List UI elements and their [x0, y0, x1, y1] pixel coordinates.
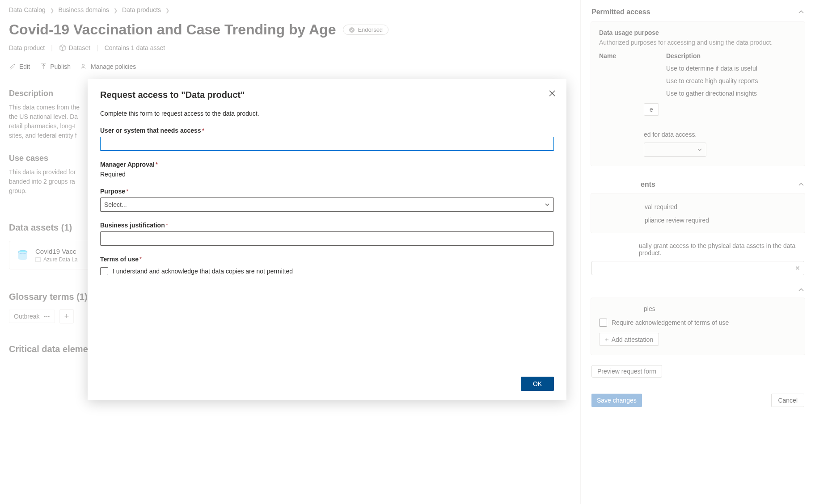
dialog-title: Request access to "Data product"	[100, 90, 554, 100]
dialog-subtitle: Complete this form to request access to …	[100, 110, 554, 117]
terms-of-use-label: Terms of use*	[100, 256, 554, 263]
manager-approval-label: Manager Approval*	[100, 161, 554, 168]
user-input[interactable]	[100, 137, 554, 151]
purpose-select[interactable]: Select...	[100, 197, 554, 212]
terms-checkbox-label: I understand and acknowledge that data c…	[113, 268, 293, 275]
manager-approval-value: Required	[100, 171, 554, 178]
business-justification-label: Business justification*	[100, 222, 554, 229]
user-field-label: User or system that needs access*	[100, 127, 554, 134]
ok-button[interactable]: OK	[521, 377, 554, 391]
chevron-down-icon	[545, 202, 550, 207]
close-icon	[549, 90, 555, 97]
request-access-dialog: Request access to "Data product" Complet…	[88, 79, 566, 400]
close-button[interactable]	[547, 88, 557, 99]
business-justification-input[interactable]	[100, 231, 554, 246]
terms-checkbox[interactable]	[100, 267, 108, 275]
purpose-label: Purpose*	[100, 188, 554, 195]
